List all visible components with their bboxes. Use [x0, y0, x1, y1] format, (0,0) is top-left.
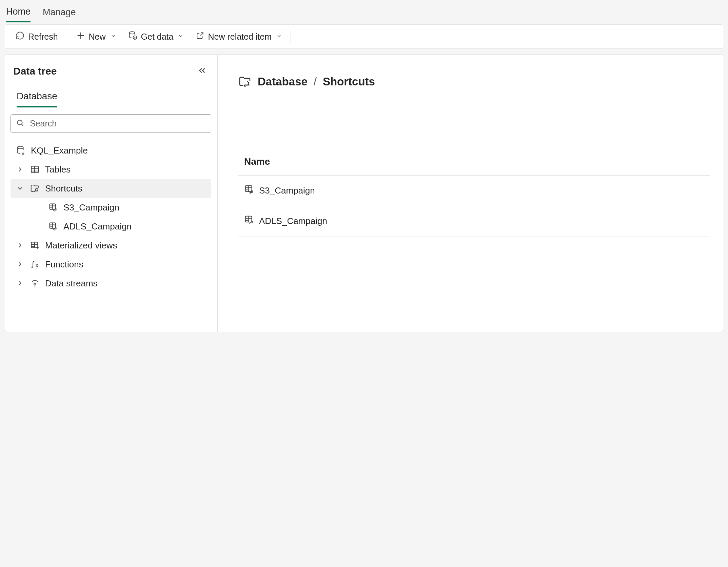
svg-rect-4	[32, 166, 39, 173]
tree-node-materialized-views[interactable]: Materialized views	[11, 236, 211, 255]
new-related-item-button[interactable]: New related item	[191, 29, 287, 44]
toolbar-divider	[291, 30, 291, 43]
chevron-right-icon	[15, 261, 25, 268]
chevron-right-icon	[15, 280, 25, 287]
tree-materialized-label: Materialized views	[45, 240, 117, 251]
tree-shortcut-item-label: ADLS_Campaign	[63, 221, 132, 232]
sidebar-header: Data tree	[11, 64, 211, 78]
top-tabs: Home Manage	[0, 0, 728, 24]
table-icon	[29, 165, 40, 174]
table-shortcut-icon	[244, 215, 254, 227]
tree-shortcut-item[interactable]: ADLS_Campaign	[11, 217, 211, 236]
new-button[interactable]: New	[71, 29, 121, 44]
folder-shortcut-icon	[238, 75, 252, 88]
refresh-label: Refresh	[28, 32, 58, 42]
open-external-icon	[196, 31, 204, 42]
sidebar-title: Data tree	[13, 65, 57, 77]
breadcrumb-current: Shortcuts	[323, 75, 375, 88]
tree-node-tables[interactable]: Tables	[11, 160, 211, 179]
table-shortcut-icon	[244, 184, 254, 197]
folder-shortcut-icon	[29, 183, 40, 194]
table-shortcut-icon	[48, 222, 59, 231]
refresh-icon	[15, 31, 25, 42]
breadcrumb-separator: /	[314, 75, 317, 88]
get-data-label: Get data	[141, 32, 174, 42]
table-row-name: ADLS_Campaign	[259, 216, 327, 226]
tree-database-root[interactable]: KQL_Example	[11, 141, 211, 160]
new-related-label: New related item	[208, 32, 272, 42]
tree: KQL_Example Tables	[11, 141, 211, 293]
table-shortcut-icon	[48, 203, 59, 212]
search-icon	[16, 119, 25, 129]
tree-node-data-streams[interactable]: Data streams	[11, 274, 211, 293]
tree-data-streams-label: Data streams	[45, 278, 98, 289]
search-input[interactable]	[11, 114, 211, 133]
database-download-icon	[128, 31, 138, 42]
data-tree-sidebar: Data tree Database	[4, 54, 218, 332]
table-row[interactable]: S3_Campaign	[238, 176, 710, 206]
get-data-button[interactable]: Get data	[123, 29, 189, 44]
tree-database-label: KQL_Example	[31, 145, 88, 156]
content-area: Data tree Database	[4, 54, 724, 332]
database-icon	[15, 145, 26, 156]
svg-point-2	[17, 120, 22, 125]
svg-point-0	[129, 32, 135, 34]
tab-manage[interactable]: Manage	[43, 3, 76, 22]
chevron-right-icon	[15, 242, 25, 249]
refresh-button[interactable]: Refresh	[11, 29, 63, 44]
breadcrumb-database[interactable]: Database	[258, 75, 308, 88]
svg-point-8	[34, 283, 36, 285]
tree-shortcuts-label: Shortcuts	[45, 183, 82, 194]
new-label: New	[89, 32, 106, 42]
toolbar-divider	[67, 30, 67, 43]
chevron-double-left-icon	[197, 72, 207, 77]
chevron-down-icon	[276, 33, 282, 40]
sidebar-tab-database[interactable]: Database	[17, 87, 57, 107]
sidebar-tabs: Database	[11, 87, 211, 107]
main-panel: Database / Shortcuts Name S3_Campaign AD…	[218, 54, 724, 332]
tree-functions-label: Functions	[45, 259, 83, 270]
tree-node-functions[interactable]: Functions	[11, 255, 211, 274]
materialized-view-icon	[29, 241, 40, 250]
column-header-name[interactable]: Name	[238, 156, 710, 176]
function-icon	[29, 260, 40, 269]
chevron-down-icon	[178, 33, 183, 40]
tree-node-shortcuts[interactable]: Shortcuts	[11, 179, 211, 198]
table-row-name: S3_Campaign	[259, 185, 315, 196]
tree-shortcut-item-label: S3_Campaign	[63, 202, 119, 213]
svg-point-3	[17, 146, 23, 149]
breadcrumb: Database / Shortcuts	[238, 75, 710, 88]
collapse-sidebar-button[interactable]	[196, 64, 209, 78]
tree-shortcut-item[interactable]: S3_Campaign	[11, 198, 211, 217]
toolbar: Refresh New Get data	[4, 24, 724, 49]
chevron-down-icon	[111, 33, 116, 40]
table-row[interactable]: ADLS_Campaign	[238, 206, 710, 237]
chevron-right-icon	[15, 166, 25, 173]
chevron-down-icon	[15, 185, 25, 192]
plus-icon	[76, 31, 85, 42]
search-wrap	[11, 114, 211, 133]
tab-home[interactable]: Home	[6, 2, 31, 22]
tree-tables-label: Tables	[45, 164, 71, 175]
data-stream-icon	[29, 279, 40, 288]
